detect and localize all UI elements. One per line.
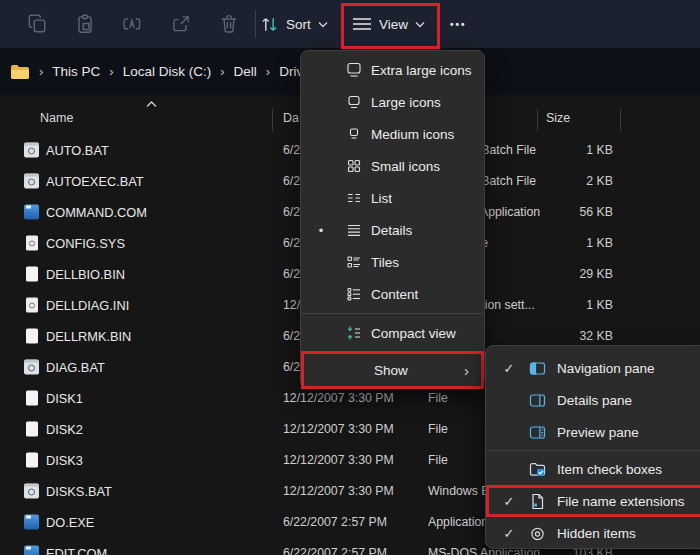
more-options-button[interactable]: ••• xyxy=(450,0,467,48)
chevron-down-icon xyxy=(415,21,425,28)
checkmark-icon: ✓ xyxy=(501,361,517,376)
sort-ascending-icon xyxy=(146,101,157,108)
file-type: File xyxy=(428,453,448,467)
breadcrumb-item-dell[interactable]: Dell xyxy=(234,64,257,79)
delete-button[interactable] xyxy=(219,0,239,48)
view-label: View xyxy=(379,17,408,32)
file-date-modified: 12/ xyxy=(283,298,300,312)
system-file-icon xyxy=(26,235,38,250)
column-header-date[interactable]: Da xyxy=(283,111,299,125)
file-size: 1 KB xyxy=(500,236,613,250)
file-date-modified: 6/22/2007 2:57 PM xyxy=(283,515,387,529)
file-name: AUTO.BAT xyxy=(46,142,109,157)
breadcrumb-item-this-pc[interactable]: This PC xyxy=(52,64,100,79)
rename-button[interactable] xyxy=(123,0,143,48)
delete-icon xyxy=(218,13,240,35)
submenu-item-file-name-extensions[interactable]: ✓ File name extensions xyxy=(486,485,700,517)
file-name: AUTOEXEC.BAT xyxy=(46,173,144,188)
column-divider[interactable] xyxy=(272,109,273,131)
menu-item-medium-icons[interactable]: Medium icons xyxy=(301,118,484,150)
file-date-modified: 12/12/2007 3:30 PM xyxy=(283,422,394,436)
breadcrumb-chevron: › xyxy=(109,64,113,79)
view-button[interactable]: View xyxy=(352,0,425,48)
preview-pane-icon xyxy=(529,424,546,441)
file-size: 56 KB xyxy=(500,205,613,219)
column-header-name[interactable]: Name xyxy=(40,111,73,125)
file-name: DISK2 xyxy=(46,421,83,436)
file-date-modified: 12/12/2007 3:30 PM xyxy=(283,484,394,498)
menu-item-large-icons[interactable]: Large icons xyxy=(301,86,484,118)
column-header-size[interactable]: Size xyxy=(546,111,570,125)
file-name: DO.EXE xyxy=(46,514,94,529)
file-date-modified: 12/12/2007 3:30 PM xyxy=(283,391,394,405)
submenu-item-navigation-pane[interactable]: ✓ Navigation pane xyxy=(486,352,700,384)
submenu-item-preview-pane[interactable]: Preview pane xyxy=(486,416,700,448)
breadcrumb-chevron: › xyxy=(266,64,270,79)
file-type: File xyxy=(428,422,448,436)
menu-item-list[interactable]: List xyxy=(301,182,484,214)
file-name-extensions-icon xyxy=(529,493,546,510)
share-icon xyxy=(170,13,192,35)
share-button[interactable] xyxy=(171,0,191,48)
copy-button[interactable] xyxy=(27,0,47,48)
rename-icon xyxy=(122,13,144,35)
small-icons-icon xyxy=(346,158,362,174)
sort-label: Sort xyxy=(286,17,311,32)
submenu-item-hidden-items[interactable]: ✓ Hidden items xyxy=(486,517,700,549)
file-date-modified: 6/2 xyxy=(283,329,300,343)
bat-file-icon xyxy=(24,142,39,157)
sort-arrows-icon xyxy=(260,15,279,34)
content-icon xyxy=(346,286,362,302)
checkmark-icon: ✓ xyxy=(501,526,517,541)
file-size: 32 KB xyxy=(500,329,613,343)
menu-item-content[interactable]: Content xyxy=(301,278,484,310)
menu-item-small-icons[interactable]: Small icons xyxy=(301,150,484,182)
menu-item-compact-view[interactable]: Compact view xyxy=(301,317,484,349)
sort-button[interactable]: Sort xyxy=(260,0,328,48)
navigation-pane-icon xyxy=(529,360,546,377)
file-size: 29 KB xyxy=(500,267,613,281)
bin-file-icon xyxy=(26,266,38,281)
file-name: DISK1 xyxy=(46,390,83,405)
bin-file-icon xyxy=(26,452,38,467)
paste-icon xyxy=(74,13,96,35)
menu-divider xyxy=(486,450,700,451)
menu-divider xyxy=(301,313,484,314)
file-type: Application xyxy=(428,515,488,529)
submenu-item-item-check-boxes[interactable]: Item check boxes xyxy=(486,453,700,485)
bat-file-icon xyxy=(24,483,39,498)
chevron-down-icon xyxy=(318,21,328,28)
ellipsis-icon: ••• xyxy=(450,19,467,30)
file-date-modified: 12/12/2007 3:30 PM xyxy=(283,453,394,467)
extra-large-icons-icon xyxy=(346,62,362,78)
submenu-arrow-icon: › xyxy=(464,362,469,379)
tiles-icon xyxy=(346,254,362,270)
bat-file-icon xyxy=(24,359,39,374)
copy-icon xyxy=(26,13,48,35)
paste-button[interactable] xyxy=(75,0,95,48)
breadcrumb-item-local-disk[interactable]: Local Disk (C:) xyxy=(123,64,212,79)
menu-item-show[interactable]: Show › xyxy=(301,351,484,389)
file-size: 2 KB xyxy=(500,174,613,188)
file-name: DIAG.BAT xyxy=(46,359,105,374)
menu-item-tiles[interactable]: Tiles xyxy=(301,246,484,278)
column-divider[interactable] xyxy=(620,109,621,131)
file-date-modified: 6/2 xyxy=(283,360,300,374)
file-date-modified: 6/2 xyxy=(283,174,300,188)
submenu-item-details-pane[interactable]: Details pane xyxy=(486,384,700,416)
menu-item-extra-large-icons[interactable]: Extra large icons xyxy=(301,54,484,86)
breadcrumb-chevron: › xyxy=(39,64,43,79)
checkmark-icon: ✓ xyxy=(501,494,517,509)
details-pane-icon xyxy=(529,392,546,409)
bin-file-icon xyxy=(26,390,38,405)
selected-bullet: • xyxy=(313,223,329,238)
item-check-boxes-icon xyxy=(529,461,546,478)
menu-item-details[interactable]: • Details xyxy=(301,214,484,246)
show-submenu: ✓ Navigation pane Details pane xyxy=(485,345,700,549)
file-name: DELLBIO.BIN xyxy=(46,266,125,281)
column-divider[interactable] xyxy=(537,109,538,131)
toolbar: Sort View ••• xyxy=(0,0,700,48)
view-list-icon xyxy=(352,17,372,31)
list-icon xyxy=(346,190,362,206)
hidden-items-icon xyxy=(529,525,546,542)
